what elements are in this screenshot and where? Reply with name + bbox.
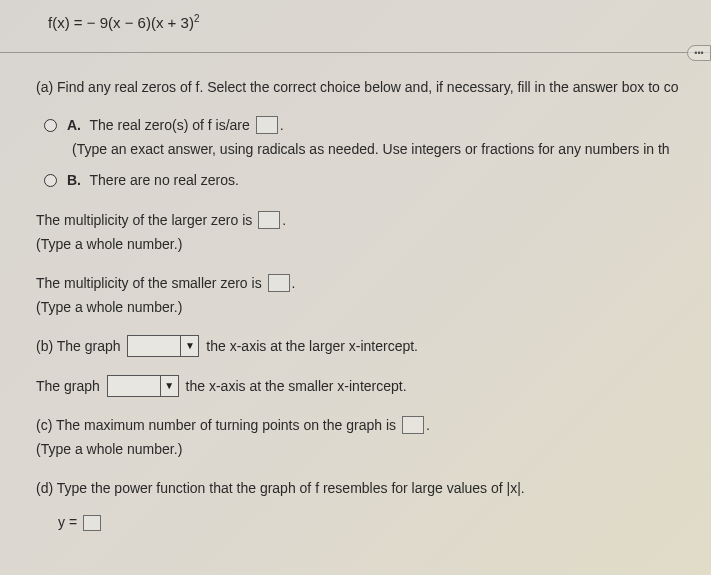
option-b-letter: B.	[67, 172, 81, 188]
mult-smaller-text: The multiplicity of the smaller zero is	[36, 275, 266, 291]
answer-box-turning-points[interactable]	[402, 416, 424, 434]
dropdown-larger-intercept[interactable]: ▼	[127, 335, 199, 357]
radio-b[interactable]	[44, 174, 57, 187]
mult-smaller-hint: (Type a whole number.)	[36, 299, 182, 315]
function-definition: f(x) = − 9(x − 6)(x + 3)2	[48, 12, 711, 34]
part-c-hint: (Type a whole number.)	[36, 441, 182, 457]
chevron-down-icon: ▼	[160, 376, 178, 396]
part-d: (d) Type the power function that the gra…	[36, 478, 711, 533]
part-b-1b: the x-axis at the larger x-intercept.	[206, 338, 418, 354]
exponent: 2	[194, 13, 200, 24]
function-text: f(x) = − 9(x − 6)(x + 3)	[48, 14, 194, 31]
answer-box-zeros[interactable]	[256, 116, 278, 134]
mult-larger-text: The multiplicity of the larger zero is	[36, 212, 256, 228]
part-c: (c) The maximum number of turning points…	[36, 415, 711, 460]
answer-box-mult-larger[interactable]	[258, 211, 280, 229]
multiplicity-smaller: The multiplicity of the smaller zero is …	[36, 273, 711, 318]
option-a-line1b: .	[280, 117, 284, 133]
option-a-block: A. The real zero(s) of f is/are . (Type …	[44, 115, 711, 160]
part-b-2b: the x-axis at the smaller x-intercept.	[186, 378, 407, 394]
part-a-text: (a) Find any real zeros of f. Select the…	[36, 79, 679, 95]
radio-a[interactable]	[44, 119, 57, 132]
ellipsis-tab[interactable]: •••	[687, 45, 711, 61]
divider: •••	[0, 52, 711, 53]
part-b-line2: The graph ▼ the x-axis at the smaller x-…	[36, 375, 711, 397]
multiplicity-larger: The multiplicity of the larger zero is .…	[36, 210, 711, 255]
part-b-line1: (b) The graph ▼ the x-axis at the larger…	[36, 335, 711, 357]
part-b-1a: (b) The graph	[36, 338, 124, 354]
dropdown-smaller-intercept[interactable]: ▼	[107, 375, 179, 397]
option-a-letter: A.	[67, 117, 81, 133]
option-b-text: There are no real zeros.	[90, 172, 239, 188]
part-c-period: .	[426, 417, 430, 433]
part-c-text: (c) The maximum number of turning points…	[36, 417, 400, 433]
mult-larger-period: .	[282, 212, 286, 228]
answer-box-mult-smaller[interactable]	[268, 274, 290, 292]
part-d-text: (d) Type the power function that the gra…	[36, 480, 525, 496]
option-b-block: B. There are no real zeros.	[44, 170, 711, 190]
part-d-eq: y =	[58, 514, 81, 530]
option-a-hint: (Type an exact answer, using radicals as…	[72, 141, 670, 157]
chevron-down-icon: ▼	[180, 336, 198, 356]
part-a-prompt: (a) Find any real zeros of f. Select the…	[36, 77, 711, 97]
mult-smaller-period: .	[292, 275, 296, 291]
option-a-line1a: The real zero(s) of f is/are	[90, 117, 254, 133]
answer-box-power-function[interactable]	[83, 515, 101, 531]
part-b-2a: The graph	[36, 378, 104, 394]
mult-larger-hint: (Type a whole number.)	[36, 236, 182, 252]
